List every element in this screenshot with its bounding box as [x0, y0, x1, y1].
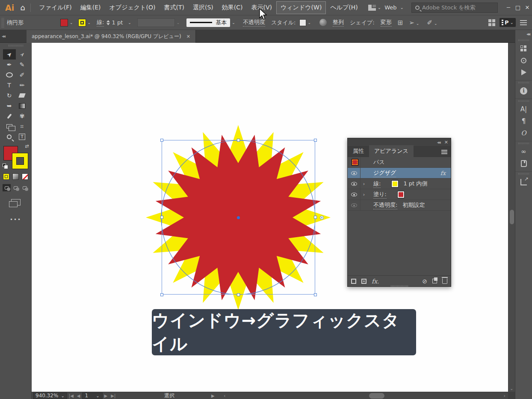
tab-attributes[interactable]: 属性	[348, 145, 369, 157]
selection-handle[interactable]	[314, 293, 317, 296]
fill-dropdown-icon[interactable]: ⌄	[68, 21, 75, 25]
zoom-tool[interactable]	[3, 131, 16, 142]
workspace-icon[interactable]: P⌄	[499, 18, 516, 27]
swatch-library-icon[interactable]	[515, 158, 532, 170]
shaper-tool[interactable]: ✏	[16, 80, 29, 90]
add-new-stroke-icon[interactable]	[351, 279, 356, 284]
collapse-panel-icon[interactable]: ◂◂	[437, 140, 440, 145]
ellipse-tool[interactable]	[3, 70, 16, 80]
vertical-scrollbar[interactable]: ⌄	[508, 43, 515, 392]
next-artboard-icon[interactable]: ▶	[103, 393, 109, 398]
opentype-panel-icon[interactable]: O	[515, 127, 532, 139]
appearance-row-fill[interactable]: › 塗り:	[348, 189, 451, 200]
selection-handle[interactable]	[237, 139, 240, 142]
stroke-dropdown-icon[interactable]: ⌄	[86, 21, 93, 25]
scroll-left-icon[interactable]: ‹	[221, 393, 228, 399]
home-icon[interactable]: ⌂	[18, 3, 30, 12]
selection-handle[interactable]	[314, 216, 317, 219]
live-shape-widget[interactable]	[320, 216, 324, 220]
close-panel-icon[interactable]: ✕	[444, 140, 448, 145]
shape-builder-tool[interactable]: ➥	[3, 101, 16, 111]
menu-edit[interactable]: 編集(E)	[76, 1, 105, 14]
info-panel-icon[interactable]: i	[515, 85, 532, 97]
actions-gears-icon[interactable]	[515, 54, 532, 66]
type-tool[interactable]: T	[3, 80, 16, 90]
selection-handle[interactable]	[160, 293, 163, 296]
align-link[interactable]: 整列	[333, 18, 344, 27]
add-new-effect-icon[interactable]: fx.	[372, 278, 379, 285]
appearance-row-opacity[interactable]: 不透明度: 初期設定	[348, 200, 451, 211]
touch-type-tool[interactable]: T	[16, 131, 29, 142]
collapse-tabs-icon[interactable]: ◂◂	[2, 33, 5, 39]
duplicate-item-icon[interactable]	[432, 279, 437, 283]
stroke-weight-label[interactable]: 線:	[97, 18, 104, 27]
add-new-fill-icon[interactable]	[361, 279, 366, 284]
horizontal-scroll-thumb[interactable]	[369, 393, 384, 399]
export-panel-icon[interactable]	[515, 176, 532, 188]
selection-handle[interactable]	[160, 216, 163, 219]
gradient-tool[interactable]	[16, 101, 29, 111]
libraries-panel-icon[interactable]	[515, 42, 532, 54]
links-panel-icon[interactable]: ∞	[515, 146, 532, 158]
menu-select[interactable]: 選択(S)	[189, 1, 218, 14]
workspace-switcher[interactable]: Web⌄	[381, 3, 407, 12]
direct-selection-tool[interactable]: ➢	[16, 49, 29, 60]
stroke-weight-value[interactable]: 1 pt	[112, 19, 123, 26]
change-screen-mode-icon[interactable]	[11, 199, 21, 205]
adobe-stock-search[interactable]	[411, 3, 498, 13]
minimize-button[interactable]: ─	[504, 2, 513, 13]
document-setup-icon[interactable]	[319, 19, 327, 26]
zigzag-effect-link[interactable]: ジグザグ	[373, 169, 396, 177]
arrange-icon[interactable]	[488, 19, 495, 26]
visibility-eye-icon[interactable]	[351, 171, 357, 175]
fill-link[interactable]: 塗り:	[373, 191, 387, 199]
first-artboard-icon[interactable]: |◀	[67, 393, 75, 398]
opacity-link[interactable]: 不透明度:	[373, 201, 397, 209]
graphic-style-swatch[interactable]	[299, 19, 306, 26]
recolor-artwork-icon[interactable]: ✐⌄	[427, 19, 439, 27]
artboard-tool[interactable]: ⌗	[16, 121, 29, 131]
menu-help[interactable]: ヘルプ(H)	[326, 1, 362, 14]
brush-dropdown-icon[interactable]: ⌄	[230, 21, 237, 25]
edit-toolbar-icon[interactable]: •••	[0, 217, 31, 223]
menu-type[interactable]: 書式(T)	[160, 1, 188, 14]
appearance-row-path[interactable]: パス	[348, 157, 451, 168]
draw-normal-mode[interactable]	[3, 184, 11, 191]
selection-tool[interactable]: ➤	[3, 49, 16, 60]
pen-tool[interactable]: ✒	[3, 60, 16, 70]
delete-item-icon[interactable]	[442, 278, 447, 284]
menu-object[interactable]: オブジェクト(O)	[105, 1, 160, 14]
stroke-link[interactable]: 線:	[373, 180, 381, 188]
eraser-tool[interactable]	[16, 90, 29, 101]
draw-inside-mode[interactable]	[21, 184, 29, 191]
artboard-navigation-select[interactable]: 1⌄	[82, 393, 103, 399]
menu-effect[interactable]: 効果(C)	[218, 1, 247, 14]
status-detail-icon[interactable]: ▶	[211, 393, 215, 398]
transform-link[interactable]: 変形	[381, 18, 392, 27]
opacity-link[interactable]: 不透明度	[243, 18, 265, 27]
style-dropdown-icon[interactable]: ⌄	[306, 21, 313, 25]
visibility-eye-icon[interactable]	[351, 193, 357, 197]
arrange-documents-icon[interactable]: ⌄	[368, 5, 381, 11]
visibility-eye-icon[interactable]	[351, 203, 357, 207]
stroke-weight-stepper[interactable]	[106, 20, 110, 25]
panel-grip[interactable]	[1, 18, 4, 27]
fill-color-swatch[interactable]	[60, 19, 68, 27]
document-tab[interactable]: appearance_leson_3.ai* @ 940.32% (RGB/GP…	[27, 30, 196, 43]
select-similar-icon[interactable]: ➢⌄	[409, 19, 421, 27]
center-anchor-point[interactable]	[237, 216, 240, 219]
scroll-down-icon[interactable]: ⌄	[510, 386, 513, 391]
swap-fill-stroke-icon[interactable]: ⇄	[25, 143, 29, 149]
brush-definition[interactable]: 基本	[186, 18, 230, 27]
close-button[interactable]: ✕	[523, 2, 532, 13]
stroke-swatch[interactable]	[392, 181, 398, 187]
paintbrush-tool[interactable]: ✐	[16, 70, 29, 80]
fill-swatch[interactable]	[398, 191, 404, 198]
none-button[interactable]	[22, 173, 28, 180]
slice-tool[interactable]	[3, 121, 16, 131]
expand-icon[interactable]: ›	[361, 192, 367, 197]
vertical-scroll-thumb[interactable]	[510, 210, 514, 224]
rotate-tool[interactable]: ↻	[3, 90, 16, 101]
selection-handle[interactable]	[314, 139, 317, 142]
menu-window[interactable]: ウィンドウ(W)	[276, 1, 326, 14]
